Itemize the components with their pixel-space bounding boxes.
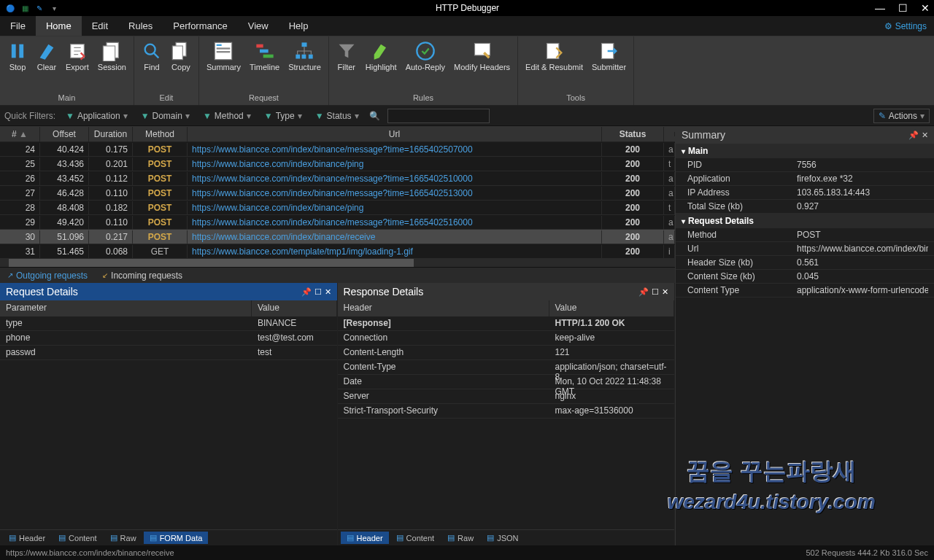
header-row[interactable]: DateMon, 10 Oct 2022 11:48:38 GMT	[338, 375, 675, 389]
filter-application[interactable]: ▼Application▾	[63, 109, 131, 122]
request-row[interactable]: 2949.4200.110POSThttps://www.biancce.com…	[0, 215, 675, 230]
minimize-button[interactable]: —	[875, 2, 885, 14]
response-view-tabs: ▤Header▤Content▤Raw▤JSON	[338, 529, 675, 545]
maximize-panel-icon[interactable]: ☐	[652, 287, 659, 297]
tab-icon: ▤	[347, 533, 354, 542]
summary-section-header[interactable]: Main	[676, 144, 934, 158]
ribbon-stop-button[interactable]: Stop	[3, 38, 32, 93]
menu-rules[interactable]: Rules	[118, 16, 163, 36]
request-row[interactable]: 2848.4080.182POSThttps://www.biancce.com…	[0, 201, 675, 215]
close-panel-icon[interactable]: ✕	[922, 131, 928, 140]
param-row[interactable]: typeBINANCE	[0, 316, 337, 331]
menu-view[interactable]: View	[238, 16, 279, 36]
ribbon-copy-button[interactable]: Copy	[166, 38, 196, 93]
filter-status[interactable]: ▼Status▾	[312, 109, 362, 122]
tab-content[interactable]: ▤Content	[53, 532, 103, 544]
svg-rect-10	[217, 44, 222, 46]
col-offset[interactable]: Offset	[40, 127, 89, 141]
header-row[interactable]: Strict-Transport-Securitymax-age=3153600…	[338, 404, 675, 419]
header-row[interactable]: [Response]HTTP/1.1 200 OK	[338, 316, 675, 331]
settings-link[interactable]: ⚙Settings	[884, 21, 934, 31]
param-row[interactable]: phonetest@test.com	[0, 331, 337, 346]
svg-rect-18	[302, 55, 306, 59]
col-url[interactable]: Url	[188, 127, 602, 141]
ribbon-filter-button[interactable]: Filter	[332, 38, 361, 93]
export-icon	[67, 41, 88, 61]
summary-section-header[interactable]: Request Details	[676, 214, 934, 228]
tab-header[interactable]: ▤Header	[3, 532, 51, 544]
header-row[interactable]: Connectionkeep-alive	[338, 331, 675, 346]
filter-domain[interactable]: ▼Domain▾	[138, 109, 193, 122]
col-value[interactable]: Value	[252, 300, 337, 316]
horizontal-scrollbar[interactable]	[0, 259, 675, 267]
col-number[interactable]: # ▲	[0, 127, 40, 141]
col-method[interactable]: Method	[133, 127, 188, 141]
pin-icon[interactable]: 📌	[638, 287, 649, 297]
ribbon-modify-button[interactable]: Modify Headers	[449, 38, 514, 93]
tab-content[interactable]: ▤Content	[390, 532, 441, 544]
header-row[interactable]: Content-Typeapplication/json; charset=ut…	[338, 360, 675, 375]
request-row[interactable]: 3151.4650.068GEThttps://www.biancce.com/…	[0, 244, 675, 259]
svg-rect-19	[309, 55, 313, 59]
ribbon-structure-button[interactable]: Structure	[284, 38, 325, 93]
header-row[interactable]: Content-Length121	[338, 346, 675, 360]
menu-help[interactable]: Help	[279, 16, 319, 36]
ribbon-label: Edit & Resubmit	[525, 63, 583, 71]
menu-file[interactable]: File	[0, 16, 36, 36]
pin-icon[interactable]: 📌	[908, 131, 919, 140]
col-parameter[interactable]: Parameter	[0, 300, 252, 316]
find-icon	[142, 41, 162, 61]
tab-header[interactable]: ▤Header	[341, 532, 389, 544]
ribbon-summary-button[interactable]: Summary	[202, 38, 245, 93]
ribbon-find-button[interactable]: Find	[137, 38, 166, 93]
tab-outgoing[interactable]: ↗Outgoing requests	[0, 268, 95, 283]
tab-json[interactable]: ▤JSON	[481, 532, 524, 544]
ribbon-label: Find	[144, 63, 159, 71]
ribbon-timeline-button[interactable]: Timeline	[245, 38, 284, 93]
svg-rect-11	[217, 47, 231, 49]
col-duration[interactable]: Duration	[89, 127, 133, 141]
maximize-panel-icon[interactable]: ☐	[314, 287, 322, 297]
ribbon-edit-resubmit-button[interactable]: Edit & Resubmit	[521, 38, 587, 93]
clear-qat-icon[interactable]: ✎	[34, 2, 45, 14]
tab-raw[interactable]: ▤Raw	[441, 532, 479, 544]
search-input[interactable]	[387, 109, 490, 123]
col-value[interactable]: Value	[549, 300, 675, 316]
excel-icon[interactable]: ▦	[19, 2, 31, 14]
col-header[interactable]: Header	[338, 300, 549, 316]
filter-type[interactable]: ▼Type▾	[261, 109, 305, 122]
qat-dropdown-icon[interactable]: ▾	[48, 2, 60, 14]
tab-raw[interactable]: ▤Raw	[104, 532, 142, 544]
ribbon-label: Highlight	[366, 63, 397, 71]
menu-performance[interactable]: Performance	[163, 16, 237, 36]
request-row[interactable]: 2643.4520.112POSThttps://www.biancce.com…	[0, 171, 675, 186]
ribbon-export-button[interactable]: Export	[61, 38, 93, 93]
request-row[interactable]: 2746.4280.110POSThttps://www.biancce.com…	[0, 186, 675, 201]
chevron-down-icon: ▾	[920, 111, 925, 121]
ribbon-label: Copy	[171, 63, 190, 71]
filter-method[interactable]: ▼Method▾	[200, 109, 254, 122]
menu-edit[interactable]: Edit	[82, 16, 118, 36]
ribbon-highlight-button[interactable]: Highlight	[361, 38, 401, 93]
ribbon-label: Export	[66, 63, 89, 71]
tab-incoming[interactable]: ↙Incoming requests	[95, 268, 190, 283]
header-row[interactable]: Servernginx	[338, 389, 675, 404]
request-row[interactable]: 2543.4360.201POSThttps://www.biancce.com…	[0, 157, 675, 171]
actions-dropdown[interactable]: ✎Actions▾	[873, 109, 930, 123]
close-panel-icon[interactable]: ✕	[662, 287, 668, 297]
close-button[interactable]: ✕	[921, 2, 930, 14]
ribbon-session-button[interactable]: Session	[93, 38, 131, 93]
pin-icon[interactable]: 📌	[301, 287, 312, 297]
menu-home[interactable]: Home	[36, 16, 82, 36]
close-panel-icon[interactable]: ✕	[325, 287, 331, 297]
tab-icon: ▤	[9, 533, 16, 542]
ribbon-clear-button[interactable]: Clear	[32, 38, 61, 93]
col-status[interactable]: Status	[602, 127, 664, 141]
request-row[interactable]: 2440.4240.175POSThttps://www.biancce.com…	[0, 142, 675, 157]
param-row[interactable]: passwdtest	[0, 346, 337, 360]
ribbon-autoreply-button[interactable]: Auto-Reply	[401, 38, 449, 93]
request-row[interactable]: 3051.0960.217POSThttps://www.biancce.com…	[0, 230, 675, 244]
ribbon-submitter-button[interactable]: Submitter	[587, 38, 630, 93]
tab-form-data[interactable]: ▤FORM Data	[144, 532, 209, 544]
maximize-button[interactable]: ☐	[898, 2, 908, 14]
